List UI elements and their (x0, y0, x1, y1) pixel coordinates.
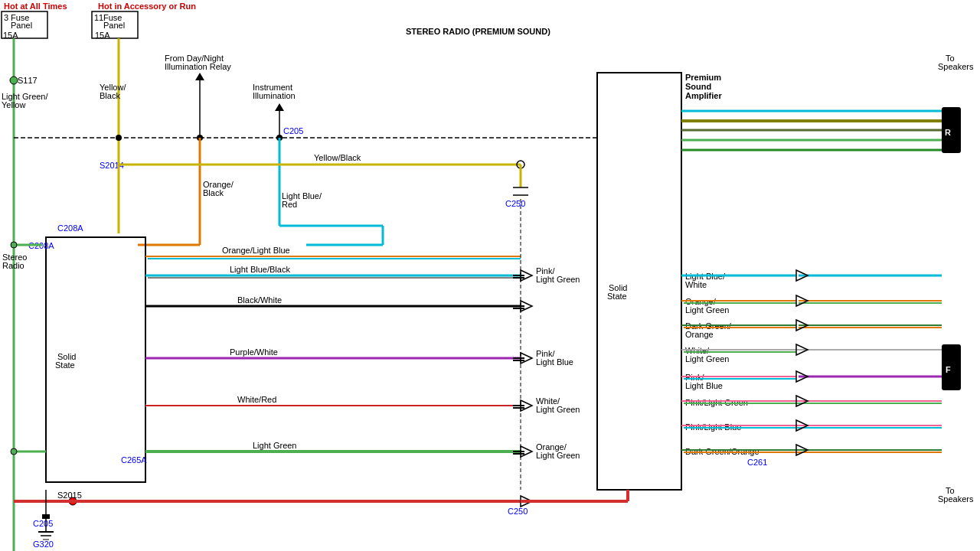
svg-rect-47 (942, 344, 961, 390)
svg-point-5 (10, 77, 18, 84)
lbw-label2: White (685, 280, 707, 289)
fuse2-amp: 15A (95, 31, 110, 40)
inst-illum-label2: Illumination (253, 91, 296, 100)
yb-label2: Black (100, 91, 120, 100)
wr-label: White/Red (237, 395, 276, 404)
yb-wire-label: Yellow/Black (314, 153, 361, 162)
to-speakers-bot2: Speakers (938, 494, 974, 504)
g320-label: G320 (33, 540, 54, 549)
pink-lg-label2: Light Green (536, 275, 580, 284)
s2015-label: S2015 (57, 491, 82, 500)
c261-label: C261 (747, 458, 767, 467)
s117-label: S117 (18, 76, 38, 85)
premium-amp-label1: Premium (685, 73, 721, 82)
olg-r-label2: Light Green (685, 305, 729, 315)
bw-label: Black/White (237, 295, 282, 305)
c250-bot-label: C250 (508, 507, 528, 516)
lg-label: Light Green (253, 441, 296, 450)
svg-point-28 (11, 242, 17, 248)
solid-state-label2: State (55, 360, 75, 370)
lbb-label: Light Blue/Black (230, 265, 290, 274)
c205-bot-label: C205 (33, 519, 53, 528)
fuse2-num: 11 (94, 13, 103, 22)
fuse1-panel: Panel (11, 21, 32, 30)
title: STEREO RADIO (PREMIUM SOUND) (406, 27, 550, 36)
to-speakers-top2: Speakers (938, 62, 974, 71)
c205-label: C205 (283, 126, 303, 135)
premium-amp-label3: Amplifier (685, 91, 722, 100)
lbr-label2: Red (282, 200, 297, 209)
white-lg-label2: Light Green (536, 405, 580, 414)
f-label: F (946, 365, 951, 374)
ob-label2: Black (203, 188, 224, 197)
pw-label: Purple/White (230, 347, 278, 357)
premium-amp-label2: Sound (685, 82, 711, 91)
hot-acc-label: Hot in Accessory or Run (98, 2, 196, 11)
svg-point-11 (116, 135, 122, 141)
lg-yellow-label2: Yellow (2, 100, 25, 109)
r-label: R (945, 128, 951, 137)
illum-relay-label: Illumination Relay (165, 62, 231, 71)
fuse1-num: 3 (4, 13, 8, 22)
c265a-label: C265A (121, 455, 147, 465)
pink-lb-label2: Light Blue (536, 357, 573, 367)
c250-label1: C250 (505, 199, 525, 208)
c208a-label1: C208A (57, 223, 83, 233)
solid-state-big-label2: State (607, 292, 627, 301)
stereo-radio-label2: Radio (2, 261, 24, 270)
olg-label2: Light Green (536, 451, 580, 460)
plb-label2: Light Blue (685, 381, 723, 390)
hot-all-times-label: Hot at All Times (4, 2, 67, 11)
fuse1-amp: 15A (3, 31, 18, 40)
olb-label: Orange/Light Blue (222, 246, 290, 255)
wlg-label2: Light Green (685, 354, 729, 364)
dgo-label2: Orange (685, 330, 714, 339)
fuse2-panel: Panel (103, 21, 125, 30)
svg-point-44 (11, 448, 17, 455)
